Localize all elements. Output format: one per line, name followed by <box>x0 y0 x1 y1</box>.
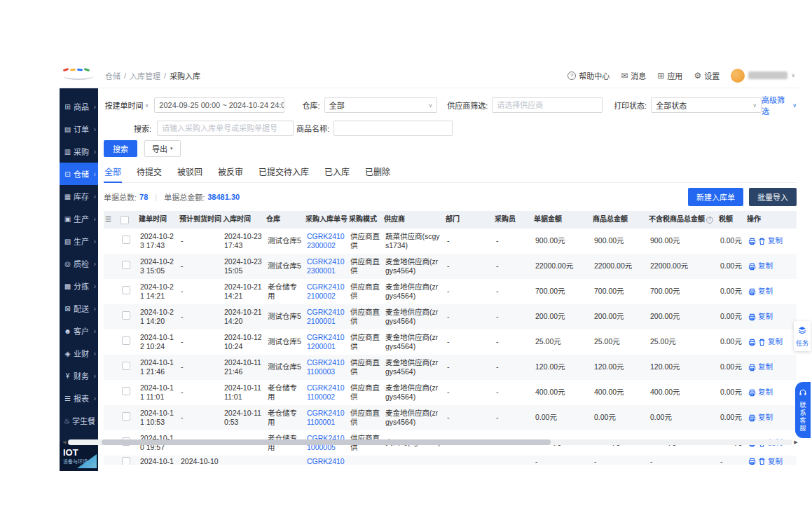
delete-icon[interactable] <box>758 238 766 245</box>
print-icon[interactable] <box>748 263 756 271</box>
order-no-link[interactable]: CGRK24101100001 <box>304 407 347 428</box>
copy-link[interactable]: 复制 <box>768 236 783 245</box>
caret-down-icon: ▾ <box>170 146 173 151</box>
copy-link[interactable]: 复制 <box>758 413 773 422</box>
scrollbar-thumb[interactable] <box>102 439 551 445</box>
sidebar-item[interactable]: ▤ 订单 › <box>60 118 98 140</box>
sidebar-item[interactable]: ☻ 客户 › <box>60 320 98 342</box>
scroll-left-icon[interactable]: ◀ <box>61 439 68 445</box>
row-checkbox[interactable] <box>122 236 130 244</box>
sidebar-item[interactable]: ◈ 业财 › <box>60 342 98 364</box>
chevron-right-icon: › <box>94 305 96 313</box>
order-no-link[interactable]: CGRK24102300002 <box>304 231 347 252</box>
select-all-checkbox[interactable] <box>121 216 129 224</box>
row-checkbox[interactable] <box>122 311 130 320</box>
row-checkbox[interactable] <box>122 387 130 395</box>
sidebar-item[interactable]: ⊡ 仓储 › <box>60 163 98 185</box>
contact-support-widget[interactable]: 联系客服 <box>795 382 811 438</box>
row-checkbox[interactable] <box>122 362 130 370</box>
copy-link[interactable]: 复制 <box>768 457 783 465</box>
order-no-link[interactable]: CGRK24102100001 <box>304 306 347 327</box>
sidebar-item[interactable]: ⊠ 配送 › <box>60 297 98 320</box>
sidebar-item[interactable]: ☰ 报表 › <box>60 387 98 409</box>
sidebar-item[interactable]: ♨ 学生餐 › <box>60 409 98 432</box>
breadcrumb-section[interactable]: 仓储 <box>105 70 121 81</box>
status-tab[interactable]: 已删除 <box>364 162 391 182</box>
sidebar-item[interactable]: ▥ 采购 › <box>60 140 98 163</box>
copy-link[interactable]: 复制 <box>768 337 783 346</box>
sidebar-item[interactable]: ▣ 生产 › <box>60 207 98 230</box>
copy-link[interactable]: 复制 <box>758 261 773 271</box>
print-status-select[interactable]: 全部状态 ∨ <box>651 97 762 113</box>
scrollbar-track[interactable] <box>68 439 792 445</box>
breadcrumb-sub[interactable]: 入库管理 <box>130 70 160 81</box>
order-no-link[interactable]: CGRK24101200001 <box>304 332 347 353</box>
horizontal-scrollbar[interactable]: ◀ ▶ <box>61 438 799 446</box>
batch-import-button[interactable]: 批量导入 <box>749 188 797 206</box>
print-icon[interactable] <box>748 458 756 465</box>
menu-icon: ⊠ <box>64 305 71 313</box>
row-checkbox[interactable] <box>122 336 130 345</box>
order-no-link[interactable]: CGRK241010 <box>304 456 347 465</box>
table-row: 2024-10-11 10:53 - 2024-10-11 0:53 老仓储专用… <box>104 405 797 430</box>
sidebar-item[interactable]: ⊞ 商品 › <box>60 95 98 118</box>
status-tab[interactable]: 已入库 <box>324 162 350 182</box>
order-no-link[interactable]: CGRK24101100003 <box>304 357 347 378</box>
print-icon[interactable] <box>748 414 756 422</box>
chevron-down-icon: ∨ <box>428 102 432 109</box>
logo-swoosh <box>63 72 94 80</box>
topbar: 仓储 / 入库管理 / 采购入库 ? 帮助中心 ✉ 消息 ⊞ 应用 ⚙ 设置 <box>60 63 802 88</box>
sidebar-item[interactable]: ▩ 分拣 › <box>60 275 98 297</box>
export-button[interactable]: 导出 ▾ <box>144 140 181 157</box>
info-icon[interactable]: ? <box>706 217 713 224</box>
row-checkbox[interactable] <box>122 412 130 421</box>
supplier-filter-input[interactable] <box>492 97 603 113</box>
scroll-right-icon[interactable]: ▶ <box>792 439 799 445</box>
copy-link[interactable]: 复制 <box>758 362 773 371</box>
sidebar-item[interactable]: ◎ 质检 › <box>60 252 98 275</box>
status-tab[interactable]: 被反审 <box>217 162 244 182</box>
create-inbound-button[interactable]: 新建入库单 <box>688 188 743 206</box>
help-center-button[interactable]: ? 帮助中心 <box>567 70 610 81</box>
print-icon[interactable] <box>748 364 756 371</box>
warehouse-select[interactable]: 全部 ∨ <box>324 97 438 113</box>
search-button[interactable]: 搜索 <box>104 140 137 157</box>
order-no-link[interactable]: CGRK24102100002 <box>304 281 347 302</box>
sidebar-item[interactable]: ¥ 财务 › <box>60 364 98 387</box>
print-icon[interactable] <box>748 288 756 296</box>
print-icon[interactable] <box>748 389 756 397</box>
date-type-select[interactable]: 按建单时间 ∨ <box>104 100 149 111</box>
messages-button[interactable]: ✉ 消息 <box>621 70 646 81</box>
tasks-widget[interactable]: 任务 <box>794 321 811 351</box>
order-no-link[interactable]: CGRK24102300001 <box>304 256 347 277</box>
order-search-input[interactable] <box>157 121 294 136</box>
row-checkbox[interactable] <box>122 286 130 294</box>
apps-button[interactable]: ⊞ 应用 <box>657 70 682 81</box>
status-tab[interactable]: 已提交待入库 <box>258 162 310 182</box>
date-range-input[interactable]: 2024-09-25 00:00 ~ 2024-10-24 24:00 ▦ <box>154 97 284 113</box>
row-checkbox[interactable] <box>122 457 130 465</box>
copy-link[interactable]: 复制 <box>758 312 773 321</box>
delete-icon[interactable] <box>758 339 766 346</box>
status-tab[interactable]: 待提交 <box>136 162 163 182</box>
user-menu[interactable]: ∨ <box>731 69 795 83</box>
print-icon[interactable] <box>748 313 756 321</box>
product-name-label: 商品名称: <box>296 123 329 134</box>
row-checkbox[interactable] <box>122 261 130 269</box>
sidebar-item[interactable]: ▦ 库存 › <box>60 185 98 207</box>
status-tab[interactable]: 全部 <box>104 162 122 183</box>
order-no-link[interactable]: CGRK24101100002 <box>304 382 347 403</box>
total-count-value: 78 <box>139 193 148 201</box>
print-icon[interactable] <box>748 339 756 346</box>
copy-link[interactable]: 复制 <box>758 287 773 296</box>
settings-button[interactable]: ⚙ 设置 <box>694 70 720 81</box>
column-settings-icon[interactable]: ☰ <box>105 215 111 224</box>
copy-link[interactable]: 复制 <box>758 388 773 397</box>
delete-icon[interactable] <box>758 458 766 465</box>
status-tab[interactable]: 被驳回 <box>177 162 203 182</box>
print-icon[interactable] <box>748 238 756 245</box>
sidebar-item[interactable]: ▧ 生产 › <box>60 230 98 252</box>
advanced-filter-link[interactable]: 高级筛选 ∨ <box>762 94 797 116</box>
product-name-input[interactable] <box>333 121 453 136</box>
breadcrumb-separator: / <box>164 71 166 80</box>
